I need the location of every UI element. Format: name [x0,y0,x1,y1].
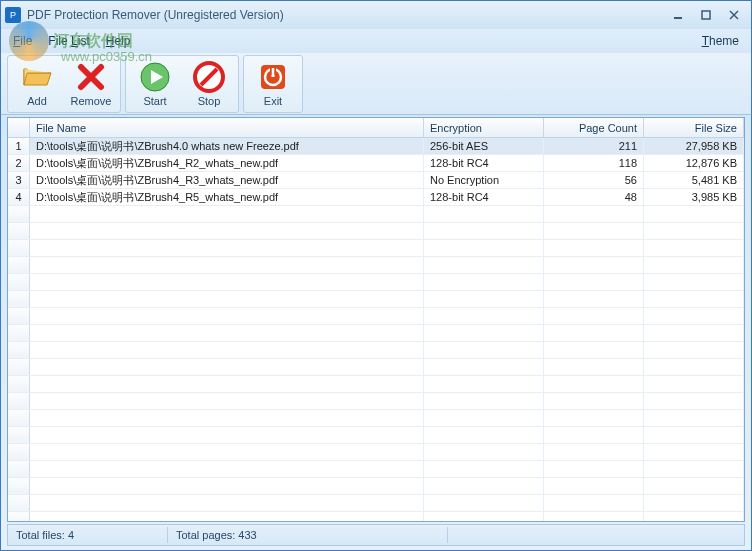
cell-num: 3 [8,172,30,188]
col-encryption[interactable]: Encryption [424,118,544,137]
table-row-empty [8,410,744,427]
cell-filesize: 27,958 KB [644,138,744,154]
exit-label: Exit [264,95,282,107]
menu-help[interactable]: Help [98,32,139,50]
cell-pagecount: 211 [544,138,644,154]
cell-filename: D:\tools\桌面\说明书\ZBrush4_R3_whats_new.pdf [30,172,424,188]
cell-num: 2 [8,155,30,171]
close-button[interactable] [721,6,747,24]
table-row[interactable]: 3D:\tools\桌面\说明书\ZBrush4_R3_whats_new.pd… [8,172,744,189]
minimize-button[interactable] [665,6,691,24]
cell-filesize: 12,876 KB [644,155,744,171]
table-row-empty [8,512,744,521]
maximize-button[interactable] [693,6,719,24]
app-icon: P [5,7,21,23]
cell-filename: D:\tools\桌面\说明书\ZBrush4.0 whats new Free… [30,138,424,154]
cell-encryption: 128-bit RC4 [424,155,544,171]
col-filename[interactable]: File Name [30,118,424,137]
table-row-empty [8,461,744,478]
table-row[interactable]: 1D:\tools\桌面\说明书\ZBrush4.0 whats new Fre… [8,138,744,155]
table-row-empty [8,478,744,495]
tool-group-exit: Exit [243,55,303,113]
table-row-empty [8,291,744,308]
tool-group-file: Add Remove [7,55,121,113]
table-row-empty [8,223,744,240]
cell-encryption: 128-bit RC4 [424,189,544,205]
play-icon [139,61,171,93]
cell-pagecount: 48 [544,189,644,205]
remove-label: Remove [71,95,112,107]
main-window: P PDF Protection Remover (Unregistered V… [0,0,752,551]
power-icon [257,61,289,93]
exit-button[interactable]: Exit [246,58,300,110]
table-body[interactable]: 1D:\tools\桌面\说明书\ZBrush4.0 whats new Fre… [8,138,744,521]
remove-button[interactable]: Remove [64,58,118,110]
titlebar: P PDF Protection Remover (Unregistered V… [1,1,751,29]
window-controls [665,6,747,24]
table-row-empty [8,495,744,512]
cell-encryption: 256-bit AES [424,138,544,154]
cell-encryption: No Encryption [424,172,544,188]
table-row-empty [8,376,744,393]
status-total-pages: Total pages: 433 [168,527,448,543]
folder-open-icon [21,61,53,93]
status-total-files: Total files: 4 [8,527,168,543]
table-row-empty [8,444,744,461]
toolbar: Add Remove Start Stop [1,53,751,115]
table-row-empty [8,240,744,257]
col-filesize[interactable]: File Size [644,118,744,137]
cell-pagecount: 56 [544,172,644,188]
start-button[interactable]: Start [128,58,182,110]
cell-filesize: 5,481 KB [644,172,744,188]
cell-filename: D:\tools\桌面\说明书\ZBrush4_R2_whats_new.pdf [30,155,424,171]
table-row[interactable]: 2D:\tools\桌面\说明书\ZBrush4_R2_whats_new.pd… [8,155,744,172]
start-label: Start [143,95,166,107]
table-row-empty [8,308,744,325]
file-list-panel: File Name Encryption Page Count File Siz… [7,117,745,522]
cell-filename: D:\tools\桌面\说明书\ZBrush4_R5_whats_new.pdf [30,189,424,205]
table-row[interactable]: 4D:\tools\桌面\说明书\ZBrush4_R5_whats_new.pd… [8,189,744,206]
stop-icon [193,61,225,93]
stop-label: Stop [198,95,221,107]
statusbar: Total files: 4 Total pages: 433 [7,524,745,546]
add-button[interactable]: Add [10,58,64,110]
stop-button[interactable]: Stop [182,58,236,110]
table-row-empty [8,393,744,410]
cell-num: 1 [8,138,30,154]
menu-file[interactable]: File [5,32,40,50]
table-row-empty [8,325,744,342]
table-row-empty [8,206,744,223]
menubar: File File List Help Theme [1,29,751,53]
add-label: Add [27,95,47,107]
col-pagecount[interactable]: Page Count [544,118,644,137]
cell-filesize: 3,985 KB [644,189,744,205]
table-row-empty [8,342,744,359]
cell-pagecount: 118 [544,155,644,171]
col-number[interactable] [8,118,30,137]
menu-filelist[interactable]: File List [40,32,97,50]
table-row-empty [8,257,744,274]
table-row-empty [8,274,744,291]
table-row-empty [8,427,744,444]
svg-rect-1 [702,11,710,19]
remove-x-icon [75,61,107,93]
table-header: File Name Encryption Page Count File Siz… [8,118,744,138]
table-row-empty [8,359,744,376]
window-title: PDF Protection Remover (Unregistered Ver… [27,8,665,22]
menu-theme[interactable]: Theme [694,32,747,50]
tool-group-run: Start Stop [125,55,239,113]
cell-num: 4 [8,189,30,205]
